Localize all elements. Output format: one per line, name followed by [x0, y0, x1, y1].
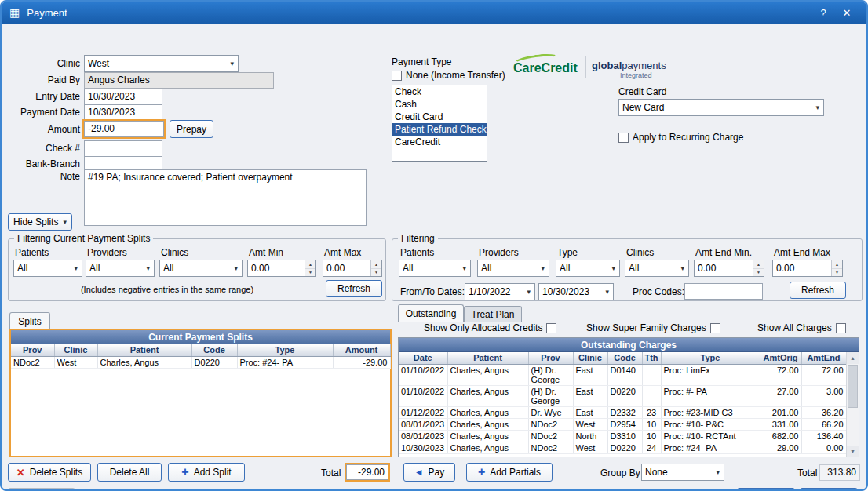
spin-up-icon[interactable]: ▲	[753, 260, 764, 269]
spin-down-icon[interactable]: ▼	[371, 269, 381, 277]
cell-patient: Charles, Angus	[447, 430, 528, 442]
charges-scrollbar[interactable]: ▲ ▼	[846, 352, 859, 457]
charges-patients-select[interactable]: All ▾	[399, 260, 471, 277]
charges-grid-title: Outstanding Charges	[399, 338, 859, 352]
hide-splits-button[interactable]: Hide Splits ▾	[8, 213, 72, 231]
payment-type-option[interactable]: Cash	[392, 98, 487, 111]
payment-date-label: Payment Date	[5, 107, 80, 118]
group-by-select[interactable]: None ▾	[641, 464, 724, 481]
add-split-button[interactable]: + Add Split	[168, 463, 245, 482]
cell-code: D0140	[607, 364, 642, 385]
cancel-button[interactable]: Cancel	[800, 488, 858, 491]
charges-table-row[interactable]: 08/01/2023 Charles, Angus NDoc2 West D29…	[399, 418, 846, 430]
scroll-up-icon[interactable]: ▲	[847, 352, 859, 364]
help-button[interactable]: ?	[811, 7, 835, 19]
splits-table-row[interactable]: NDoc2 West Charles, Angus D0220 Proc: #2…	[11, 356, 390, 368]
none-income-transfer-checkbox[interactable]: None (Income Transfer)	[392, 70, 505, 81]
charges-table-row[interactable]: 08/01/2023 Charles, Angus NDoc2 North D3…	[399, 430, 846, 442]
payment-date-field[interactable]: 10/30/2023	[84, 104, 162, 121]
cell-amtorig: 331.00	[760, 418, 801, 430]
titlebar[interactable]: ▦ Payment ? ✕	[2, 2, 866, 24]
carecredit-logo: CareCredit	[513, 61, 578, 75]
cell-type: Proc: #10- RCTAnt	[661, 430, 760, 442]
pay-button[interactable]: ◄ Pay	[403, 463, 455, 482]
checkbox-icon[interactable]	[710, 323, 720, 333]
prepay-button[interactable]: Prepay	[170, 120, 213, 138]
scroll-down-icon[interactable]: ▼	[847, 446, 859, 457]
scrollbar-thumb[interactable]	[848, 365, 858, 408]
tab-splits[interactable]: Splits	[9, 312, 50, 329]
proc-codes-field[interactable]	[684, 283, 763, 300]
payment-type-option[interactable]: CareCredit	[392, 136, 487, 148]
checkbox-icon[interactable]	[618, 133, 629, 143]
spin-down-icon[interactable]: ▼	[832, 269, 842, 277]
spinner-buttons[interactable]: ▲ ▼	[305, 260, 315, 276]
amt-min-label: Amt Min	[249, 247, 283, 258]
payment-type-option[interactable]: Credit Card	[392, 111, 487, 123]
charges-table-row[interactable]: 01/12/2022 Charles, Angus Dr. Wye East D…	[399, 406, 846, 418]
tab-treat-plan[interactable]: Treat Plan	[464, 306, 522, 322]
tab-outstanding[interactable]: Outstanding	[398, 304, 464, 322]
spin-down-icon[interactable]: ▼	[305, 269, 315, 277]
splits-filter-title: Filtering Current Payment Splits	[14, 233, 153, 244]
entry-date-field[interactable]: 10/30/2023	[84, 89, 162, 105]
splits-patients-select[interactable]: All ▾	[13, 260, 82, 277]
delete-splits-button[interactable]: ✕ Delete Splits	[8, 463, 91, 482]
show-super-family-checkbox[interactable]: Show Super Family Charges	[586, 322, 720, 333]
add-split-label: Add Split	[194, 467, 232, 478]
checkbox-icon[interactable]	[546, 323, 556, 333]
group-by-value: None	[645, 467, 668, 478]
to-date-select[interactable]: 10/30/2023 ▾	[538, 283, 614, 300]
clinic-select[interactable]: West ▾	[84, 55, 239, 72]
charges-table-row[interactable]: 01/10/2022 Charles, Angus (H) Dr. George…	[399, 385, 846, 406]
spin-up-icon[interactable]: ▲	[305, 260, 315, 269]
splits-header-row: Prov Clinic Patient Code Type Amount	[11, 344, 390, 356]
splits-refresh-button[interactable]: Refresh	[326, 280, 382, 297]
amt-min-spinner[interactable]: 0.00 ▲ ▼	[247, 260, 316, 277]
amt-end-min-value: 0.00	[695, 260, 753, 276]
charges-col-header: AmtOrig	[760, 352, 801, 364]
payment-type-option[interactable]: Check	[392, 85, 487, 98]
proc-codes-label: Proc Codes:	[633, 286, 684, 297]
credit-card-select[interactable]: New Card ▾	[618, 99, 824, 116]
show-allocated-credits-checkbox[interactable]: Show Only Allocated Credits	[424, 322, 556, 333]
spinner-buttons[interactable]: ▲ ▼	[753, 260, 764, 276]
ok-button[interactable]: OK	[737, 488, 795, 491]
splits-clinics-select[interactable]: All ▾	[159, 260, 243, 277]
charges-table-row[interactable]: 10/30/2023 Charles, Angus NDoc2 West D02…	[399, 442, 846, 453]
cell-code: D3310	[607, 430, 642, 442]
amount-field[interactable]: -29.00	[84, 121, 164, 137]
checkbox-icon[interactable]	[836, 323, 846, 333]
show-all-charges-checkbox[interactable]: Show All Charges	[757, 322, 846, 333]
charges-clinics-select[interactable]: All ▾	[625, 260, 689, 277]
spin-up-icon[interactable]: ▲	[371, 260, 381, 269]
payment-window-icon: ▦	[9, 7, 20, 18]
note-field[interactable]: #19 PA; Insurance covered; Patient overp…	[84, 169, 367, 226]
spin-up-icon[interactable]: ▲	[832, 260, 842, 269]
spinner-buttons[interactable]: ▲ ▼	[831, 260, 842, 276]
cell-prov: NDoc2	[11, 356, 54, 368]
close-button[interactable]: ✕	[835, 7, 859, 19]
amt-end-max-spinner[interactable]: 0.00 ▲ ▼	[772, 260, 843, 277]
charges-providers-select[interactable]: All ▾	[477, 260, 549, 277]
charges-refresh-button[interactable]: Refresh	[790, 282, 846, 299]
charges-type-select[interactable]: All ▾	[556, 260, 620, 277]
payment-type-option-selected[interactable]: Patient Refund Check	[392, 123, 487, 136]
delete-all-button[interactable]: Delete All	[97, 463, 162, 482]
charges-table-row[interactable]: 01/10/2022 Charles, Angus (H) Dr. George…	[399, 364, 846, 385]
recurring-charge-checkbox[interactable]: Apply to Recurring Charge	[618, 132, 743, 143]
charges-table-wrap: Date Patient Prov Clinic Code Tth Type A…	[399, 352, 846, 457]
amt-max-spinner[interactable]: 0.00 ▲ ▼	[323, 260, 382, 277]
check-number-field[interactable]	[84, 140, 162, 157]
payment-type-listbox[interactable]: Check Cash Credit Card Patient Refund Ch…	[392, 85, 487, 162]
delete-button[interactable]: Delete	[8, 488, 75, 491]
amt-end-min-spinner[interactable]: 0.00 ▲ ▼	[694, 260, 764, 277]
scrollbar-track[interactable]	[847, 364, 859, 446]
from-date-select[interactable]: 1/10/2022 ▾	[465, 283, 535, 300]
checkbox-icon[interactable]	[392, 71, 402, 81]
splits-providers-select[interactable]: All ▾	[86, 260, 155, 277]
add-partials-button[interactable]: + Add Partials	[466, 463, 553, 482]
cell-prov: NDoc2	[528, 442, 573, 453]
spinner-buttons[interactable]: ▲ ▼	[370, 260, 381, 276]
spin-down-icon[interactable]: ▼	[753, 269, 764, 277]
